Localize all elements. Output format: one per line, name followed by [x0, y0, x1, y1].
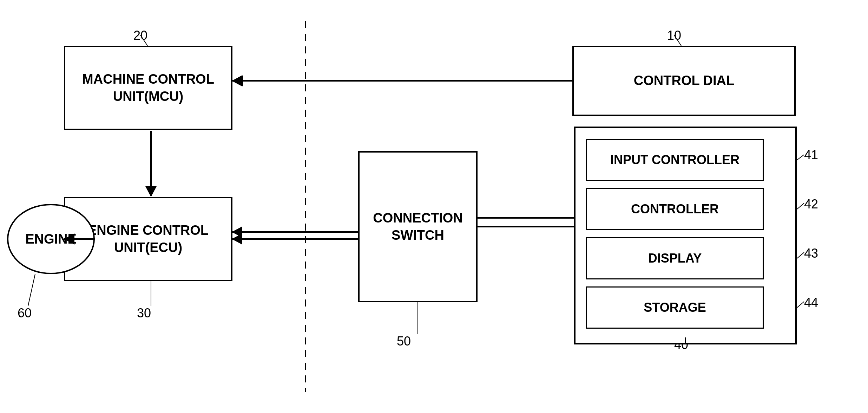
- storage-label: STORAGE: [644, 299, 706, 316]
- input-controller-box: INPUT CONTROLLER: [586, 139, 764, 181]
- controller-label: CONTROLLER: [631, 201, 719, 218]
- svg-marker-23: [232, 233, 242, 245]
- svg-marker-4: [145, 186, 157, 197]
- diagram: 20 MACHINE CONTROLUNIT(MCU) 10 CONTROL D…: [0, 0, 868, 413]
- control-dial-box: CONTROL DIAL: [572, 46, 796, 116]
- ref-43: 43: [804, 246, 818, 261]
- ref-41: 41: [804, 148, 818, 162]
- ref-10: 10: [667, 28, 681, 43]
- ref-42: 42: [804, 197, 818, 212]
- ref-44: 44: [804, 295, 818, 310]
- ecu-label: ENGINE CONTROLUNIT(ECU): [88, 222, 209, 257]
- svg-line-12: [797, 155, 804, 160]
- control-dial-label: CONTROL DIAL: [634, 72, 734, 89]
- ref-60: 60: [18, 306, 32, 321]
- svg-line-20: [28, 274, 35, 306]
- connection-switch-label: CONNECTIONSWITCH: [373, 209, 462, 244]
- svg-line-13: [797, 203, 804, 209]
- mcu-box: MACHINE CONTROLUNIT(MCU): [64, 46, 232, 130]
- svg-marker-27: [232, 75, 243, 86]
- svg-line-15: [797, 302, 804, 308]
- mcu-label: MACHINE CONTROLUNIT(MCU): [82, 71, 214, 105]
- connection-switch-box: CONNECTIONSWITCH: [358, 151, 478, 302]
- display-label: DISPLAY: [648, 250, 702, 267]
- svg-marker-2: [232, 75, 242, 86]
- controller-box: CONTROLLER: [586, 188, 764, 230]
- svg-marker-8: [232, 226, 242, 238]
- svg-line-14: [797, 252, 804, 258]
- display-box: DISPLAY: [586, 237, 764, 279]
- ref-50: 50: [397, 334, 411, 349]
- engine-label: ENGINE: [25, 232, 77, 247]
- device-outer-box: INPUT CONTROLLER CONTROLLER DISPLAY STOR…: [574, 127, 797, 344]
- input-controller-label: INPUT CONTROLLER: [610, 152, 739, 168]
- ref-30: 30: [137, 306, 151, 321]
- engine-ellipse: ENGINE: [7, 204, 95, 274]
- ref-20: 20: [133, 28, 147, 43]
- storage-box: STORAGE: [586, 286, 764, 329]
